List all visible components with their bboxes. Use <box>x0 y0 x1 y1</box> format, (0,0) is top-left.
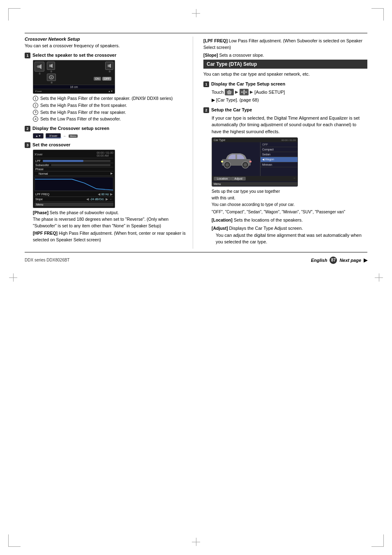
location-text: Sets the locations of the speakers. <box>234 217 303 222</box>
settings-icon[interactable] <box>240 89 249 95</box>
car-sets-desc: Sets up the car type you use togetherwit… <box>212 188 367 215</box>
on-button[interactable]: ON <box>94 77 101 81</box>
step-1-header: 1 Select the speaker to set the crossove… <box>25 52 189 58</box>
svg-rect-22 <box>249 161 251 162</box>
svg-rect-0 <box>37 65 39 68</box>
car-type-step-1: 1 Display the Car Type Setup screen Touc… <box>203 81 367 104</box>
speaker-label-back: ▲▼ <box>108 90 113 92</box>
arrow-connector: ← <box>63 134 67 138</box>
step-1-title: Select the speaker to set the crossover <box>32 52 116 58</box>
xover-screen-title: X'over <box>35 153 43 156</box>
car-type-step-2: 2 Setup the Car Type If your car type is… <box>203 107 367 245</box>
next-page-arrow: ▶ <box>364 257 367 263</box>
location-button[interactable]: Location <box>214 177 231 180</box>
car-option-sedan[interactable]: Sedan <box>261 152 297 157</box>
step-2: 2 Display the Crossover setup screen ▲▼ … <box>25 125 189 139</box>
corner-mark-br <box>371 534 384 547</box>
arrow-1: ▶ <box>235 89 238 95</box>
page-number: 87 <box>330 257 337 264</box>
xover-menu-bar: Menu <box>35 203 113 206</box>
bullet-item-2: 2 Sets the High Pass Filter of the front… <box>33 102 189 109</box>
location-label: [Location] <box>212 217 233 222</box>
step-2-title: Display the Crossover setup screen <box>32 125 109 131</box>
car-type-step-2-title: Setup the Car Type <box>211 107 252 113</box>
slope-item: [Slope] Sets a crossover slope. <box>203 52 367 59</box>
bullet-item-1: 1 Sets the High Pass Filter of the cente… <box>33 95 189 102</box>
off-button[interactable]: OFF <box>102 77 111 81</box>
bullet-num-4: 4 <box>33 116 38 122</box>
footer: DDX series DDX8026BT English 87 Next pag… <box>25 257 367 264</box>
xover-graph <box>35 177 113 191</box>
xover-lpf-freq-controls: ◀ 80 Hz ▶ <box>98 192 113 196</box>
car-option-compact[interactable]: Compact <box>261 147 297 152</box>
car-svg <box>220 150 253 169</box>
xover-row-sub-label: Subwoofer <box>35 164 49 166</box>
car-type-step-2-header: 2 Setup the Car Type <box>203 107 367 113</box>
lpf-freq-item: [LPF FREQ] Low Pass Filter adjustment. (… <box>203 38 367 51</box>
crosshair-top <box>192 9 200 17</box>
car-type-page-ref: ▶ [Car Type]. (page 68) <box>212 97 367 104</box>
xover-row-normal-val: Normal <box>39 172 48 175</box>
section-intro: You can set a crossover frequency of spe… <box>25 43 189 49</box>
car-sets-text: Sets up the car type you use togetherwit… <box>212 188 367 215</box>
xover-label: X'over <box>49 134 58 137</box>
arrow-2: ▶ <box>250 89 253 95</box>
svg-rect-15 <box>246 92 247 92</box>
car-option-minivan[interactable]: Minivan <box>261 162 297 167</box>
xover-row-normal-arrow: ▶ <box>111 172 113 175</box>
footer-language: English <box>311 258 327 263</box>
footer-right: English 87 Next page ▶ <box>311 257 367 264</box>
svg-rect-2 <box>37 66 37 67</box>
phase-desc: [Phase] Sets the phase of subwoofer outp… <box>33 210 189 229</box>
xover-row-phase-label: Phase <box>35 168 44 171</box>
adjust-button[interactable]: Adjust <box>231 177 245 180</box>
car-option-wagon[interactable]: ◀ Wagon <box>261 157 297 162</box>
xover-row-sub: Subwoofer <box>35 163 113 167</box>
xover-row-lpf-label: LPF <box>35 160 41 162</box>
adjust-label: [Adjust] <box>212 226 228 231</box>
crosshair-left <box>9 273 17 282</box>
speaker-select-screen: ① ② <box>33 60 115 94</box>
menu-chip: Menu <box>69 134 77 138</box>
car-type-step-1-num: 1 <box>203 81 209 87</box>
step-1: 1 Select the speaker to set the crossove… <box>25 52 189 122</box>
hpf-desc: [HPF FREQ] High Pass Filter adjustment. … <box>33 230 189 243</box>
audio-setup-label: [Audio SETUP] <box>254 89 285 96</box>
car-option-off[interactable]: OFF <box>261 142 297 147</box>
xover-row-normal: Normal ▶ <box>35 171 113 176</box>
xover-slope-left-arrow[interactable]: ◀ <box>86 197 89 201</box>
xover-lpf-left-arrow[interactable]: ◀ <box>98 192 100 196</box>
svg-rect-3 <box>49 65 51 67</box>
lpf-freq-label: [LPF FREQ] <box>203 38 228 43</box>
top-rule <box>25 33 367 33</box>
car-illustration-area <box>212 142 261 176</box>
car-screen-bottom-bar: Location Adjust ← <box>212 176 297 181</box>
svg-point-8 <box>51 77 52 78</box>
footer-left: DDX series DDX8026BT <box>25 258 69 262</box>
crossover-button-screen: ▲▼ <box>33 133 44 139</box>
next-page-label: Next page <box>339 258 361 263</box>
xover-lpf-right-arrow[interactable]: ▶ <box>110 192 113 196</box>
step-3-header: 3 Set the crossover <box>25 142 189 148</box>
bottom-rule <box>25 252 367 252</box>
car-type-link: ▶ [Car Type]. (page 68) <box>212 97 259 102</box>
corner-mark-bl <box>8 534 21 547</box>
touch-word: Touch <box>212 89 224 96</box>
home-icon[interactable] <box>225 89 234 95</box>
svg-point-11 <box>243 91 245 93</box>
sets-up-text: Sets up the car type you use togetherwit… <box>212 188 367 208</box>
xover-slope-right-arrow[interactable]: ▶ <box>106 197 108 201</box>
two-column-layout: Crossover Network Setup You can set a cr… <box>25 37 367 249</box>
page-content: Crossover Network Setup You can set a cr… <box>25 33 367 522</box>
car-type-header: Car Type (DTA) Setup <box>203 60 367 69</box>
crosshair-right <box>375 273 383 282</box>
xover-row-lpf: LPF <box>35 159 113 163</box>
car-screen-menu: Menu <box>212 182 297 186</box>
svg-rect-21 <box>221 161 223 162</box>
car-options-list: OFF Compact Sedan ◀ Wagon Minivan <box>261 142 297 176</box>
xover-slope-controls: ◀ -24 dB/Oct. ▶ ← <box>86 197 113 201</box>
svg-rect-12 <box>244 90 244 91</box>
bullet-item-4: 4 Sets the Low Pass Filter of the subwoo… <box>33 116 189 122</box>
options-list-text: "OFF", "Compact", "Sedan", "Wagon", "Min… <box>212 209 367 215</box>
svg-rect-14 <box>241 92 242 92</box>
